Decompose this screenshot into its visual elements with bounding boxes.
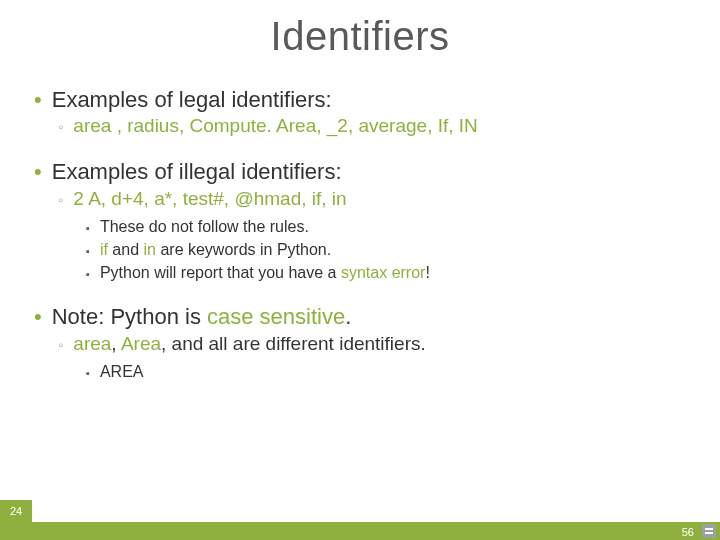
bullet-text: Note: Python is case sensitive. — [52, 304, 352, 330]
bullet-area-upper: ▪ AREA — [86, 363, 686, 384]
bullet-square-icon: ▪ — [86, 363, 90, 384]
text-tail: are keywords in Python. — [156, 241, 331, 258]
bullet-text: Examples of legal identifiers: — [52, 87, 332, 113]
bullet-text: Examples of illegal identifiers: — [52, 159, 342, 185]
slide-title: Identifiers — [0, 0, 720, 59]
slide-content: • Examples of legal identifiers: ◦ area … — [0, 59, 720, 384]
bullet-case-examples: ◦ area, Area, and all are different iden… — [58, 333, 686, 357]
bullet-text: These do not follow the rules. — [100, 218, 309, 236]
bullet-keyword-note: ▪ if and in are keywords in Python. — [86, 241, 686, 262]
bullet-dot-icon: • — [34, 304, 42, 330]
bullet-syntax-error-note: ▪ Python will report that you have a syn… — [86, 264, 686, 285]
bullet-legal-heading: • Examples of legal identifiers: — [34, 87, 686, 113]
text-comma: , — [111, 333, 121, 354]
bullet-square-icon: ▪ — [86, 218, 90, 239]
text-tail: , and all are different identifiers. — [161, 333, 426, 354]
bullet-text: area, Area, and all are different identi… — [73, 333, 425, 355]
case-sensitive-term: case sensitive — [207, 304, 345, 329]
bullet-square-icon: ▪ — [86, 241, 90, 262]
page-number-left: 24 — [0, 500, 32, 522]
bullet-ring-icon: ◦ — [58, 333, 63, 357]
syntax-error-term: syntax error — [341, 264, 425, 281]
text-pre: Note: Python is — [52, 304, 207, 329]
keyword-in: in — [144, 241, 156, 258]
id-area: area — [73, 333, 111, 354]
bullet-ring-icon: ◦ — [58, 115, 63, 139]
text-post: ! — [425, 264, 429, 281]
page-number-right: 56 — [682, 526, 694, 538]
bullet-illegal-heading: • Examples of illegal identifiers: — [34, 159, 686, 185]
menu-icon — [702, 524, 716, 538]
bullet-text: area , radius, Compute. Area, _2, averag… — [73, 115, 478, 137]
bullet-ring-icon: ◦ — [58, 188, 63, 212]
bullet-text: Python will report that you have a synta… — [100, 264, 430, 282]
footer-bar — [0, 522, 720, 540]
bullet-case-sensitive: • Note: Python is case sensitive. — [34, 304, 686, 330]
bullet-square-icon: ▪ — [86, 264, 90, 285]
id-Area: Area — [121, 333, 161, 354]
slide: Identifiers • Examples of legal identifi… — [0, 0, 720, 540]
keyword-if: if — [100, 241, 108, 258]
text-pre: Python will report that you have a — [100, 264, 341, 281]
bullet-text: if and in are keywords in Python. — [100, 241, 331, 259]
bullet-dot-icon: • — [34, 159, 42, 185]
bullet-rule-note: ▪ These do not follow the rules. — [86, 218, 686, 239]
bullet-text: 2 A, d+4, a*, test#, @hmad, if, in — [73, 188, 346, 210]
text-and: and — [108, 241, 144, 258]
bullet-legal-examples: ◦ area , radius, Compute. Area, _2, aver… — [58, 115, 686, 139]
id-AREA: AREA — [100, 363, 144, 381]
text-post: . — [345, 304, 351, 329]
bullet-dot-icon: • — [34, 87, 42, 113]
bullet-illegal-examples: ◦ 2 A, d+4, a*, test#, @hmad, if, in — [58, 188, 686, 212]
